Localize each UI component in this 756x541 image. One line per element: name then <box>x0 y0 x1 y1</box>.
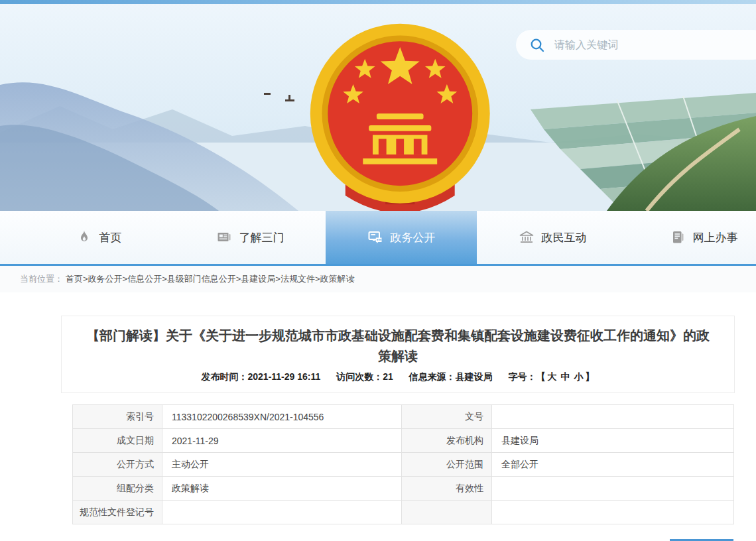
field-value <box>492 501 734 524</box>
document-info-table: 索引号 1133102200268539XN/2021-104556 文号 成文… <box>72 404 734 524</box>
tab-government-affairs[interactable]: 政务公开 <box>326 211 477 264</box>
main-nav: 首页 了解三门 <box>0 211 756 264</box>
article-title: 【部门解读】关于《关于进一步规范城市市政基础设施配套费和集镇配套设施建设费征收工… <box>86 326 710 367</box>
table-row: 公开方式 主动公开 公开范围 全部公开 <box>73 453 734 477</box>
breadcrumb-trail[interactable]: 首页>政务公开>信息公开>县级部门信息公开>县建设局>法规文件>政策解读 <box>66 273 355 285</box>
search-icon <box>529 37 545 53</box>
font-size-small-button[interactable]: 小 <box>574 371 584 382</box>
tab-label: 了解三门 <box>239 230 284 245</box>
field-value: 政策解读 <box>162 477 402 501</box>
field-value <box>492 477 734 501</box>
font-size-medium-button[interactable]: 中 <box>561 371 570 382</box>
tab-label: 网上办事 <box>693 230 738 245</box>
field-value: 1133102200268539XN/2021-104556 <box>162 405 402 429</box>
breadcrumb: 当前位置： 首页>政务公开>信息公开>县级部门信息公开>县建设局>法规文件>政策… <box>0 266 756 292</box>
field-label: 公开范围 <box>402 453 492 477</box>
field-label <box>402 501 492 524</box>
monitor-chat-icon <box>367 229 383 245</box>
newspaper-icon <box>216 229 232 245</box>
field-value: 主动公开 <box>162 453 402 477</box>
article-meta: 发布时间：2021-11-29 16:11 访问次数：21 信息来源：县建设局 … <box>62 371 734 383</box>
field-label: 文号 <box>402 405 492 429</box>
font-size-large-button[interactable]: 大 <box>548 371 557 382</box>
article-header-box: 【部门解读】关于《关于进一步规范城市市政基础设施配套费和集镇配套设施建设费征收工… <box>61 316 735 393</box>
document-icon <box>670 229 686 245</box>
tab-online-services[interactable]: 网上办事 <box>628 211 756 264</box>
tab-about-sanmen[interactable]: 了解三门 <box>174 211 326 264</box>
search-input[interactable] <box>553 38 722 52</box>
table-row: 规范性文件登记号 <box>73 501 734 524</box>
tab-label: 首页 <box>99 230 122 245</box>
field-value: 全部公开 <box>492 453 734 477</box>
tab-interaction[interactable]: 政民互动 <box>477 211 628 264</box>
font-size-label: 字号： <box>509 371 536 382</box>
font-size-control: 字号：【大中小】 <box>509 371 595 382</box>
publish-time: 发布时间：2021-11-29 16:11 <box>201 371 320 382</box>
field-label: 有效性 <box>402 477 492 501</box>
table-row: 成文日期 2021-11-29 发布机构 县建设局 <box>73 429 734 453</box>
table-row: 组配分类 政策解读 有效性 <box>73 477 734 501</box>
field-label: 组配分类 <box>73 477 162 501</box>
field-value <box>492 405 734 429</box>
field-label: 规范性文件登记号 <box>73 501 162 524</box>
tab-home[interactable]: 首页 <box>23 211 174 264</box>
search-bar[interactable] <box>516 30 756 60</box>
banner-photo: 三门县人民政府 WWW.SANMEN.GOV.CN <box>0 0 756 211</box>
field-label: 成文日期 <box>73 429 162 453</box>
field-label: 发布机构 <box>402 429 492 453</box>
field-label: 索引号 <box>73 405 162 429</box>
flame-icon <box>76 229 92 245</box>
page: 三门县人民政府 WWW.SANMEN.GOV.CN 首页 <box>0 0 756 541</box>
tab-label: 政务公开 <box>391 230 436 245</box>
visit-count: 访问次数：21 <box>336 371 393 382</box>
tab-label: 政民互动 <box>542 230 587 245</box>
info-source: 信息来源：县建设局 <box>409 371 493 382</box>
table-row: 索引号 1133102200268539XN/2021-104556 文号 <box>73 405 734 429</box>
field-value: 2021-11-29 <box>162 429 402 453</box>
field-value: 县建设局 <box>492 429 734 453</box>
top-accent-strip <box>0 0 756 4</box>
field-label: 公开方式 <box>73 453 162 477</box>
field-value <box>162 501 402 524</box>
breadcrumb-label: 当前位置： <box>20 273 63 285</box>
bank-icon <box>519 229 535 245</box>
